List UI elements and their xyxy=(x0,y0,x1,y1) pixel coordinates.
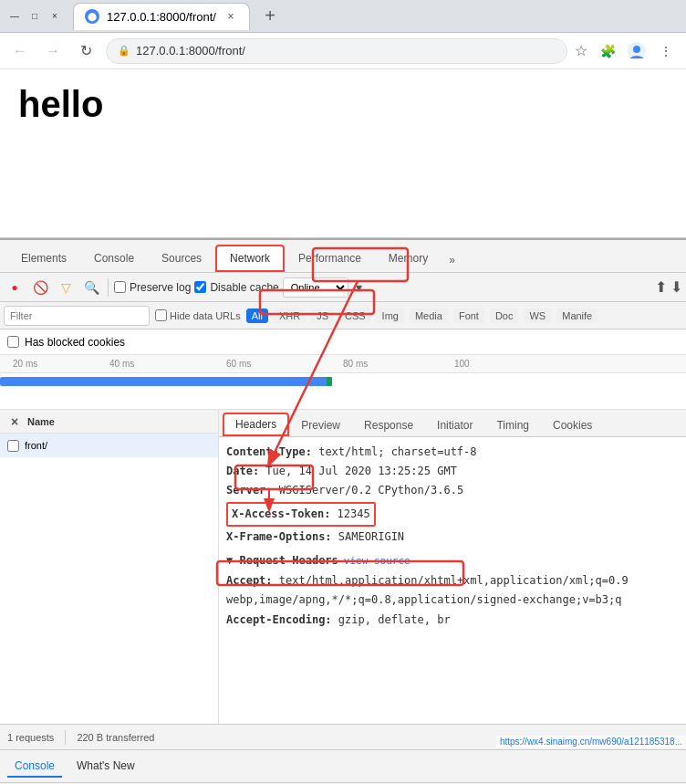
stop-button[interactable]: 🚫 xyxy=(29,277,51,298)
tab-elements[interactable]: Elements xyxy=(7,245,80,272)
timeline-bars xyxy=(0,373,686,410)
svg-point-1 xyxy=(633,46,640,53)
filter-type-manifest[interactable]: Manife xyxy=(556,308,598,323)
filter-type-xhr[interactable]: XHR xyxy=(274,308,306,323)
active-tab[interactable]: ⬤ 127.0.0.1:8000/front/ × xyxy=(73,3,250,30)
blocked-cookies-checkbox[interactable] xyxy=(7,336,19,348)
whats-new-tab[interactable]: What's New xyxy=(69,756,142,778)
preserve-log-input[interactable] xyxy=(114,281,126,293)
network-throttle-select[interactable]: Online Fast 3G Slow 3G Offline xyxy=(283,277,348,298)
search-button[interactable]: 🔍 xyxy=(80,277,102,298)
tab-network[interactable]: Network xyxy=(215,245,285,272)
console-tab[interactable]: Console xyxy=(7,756,62,778)
hide-data-urls-checkbox[interactable]: Hide data URLs xyxy=(155,309,241,321)
page-content: hello xyxy=(0,69,686,238)
filter-type-img[interactable]: Img xyxy=(377,308,404,323)
header-content-type: Content-Type: text/html; charset=utf-8 xyxy=(226,443,679,462)
filter-input[interactable] xyxy=(4,306,150,326)
blocked-cookies-label: Has blocked cookies xyxy=(25,336,125,349)
accept-encoding-value: gzip, deflate, br xyxy=(338,613,451,626)
resp-tab-cookies[interactable]: Cookies xyxy=(541,414,604,436)
filter-type-doc[interactable]: Doc xyxy=(490,308,519,323)
reload-button[interactable]: ↻ xyxy=(73,38,99,64)
ruler-mark-100: 100 xyxy=(454,359,470,369)
watermark-url: https://wx4.sinaimg.cn/mw690/a121185318.… xyxy=(496,736,686,747)
maximize-button[interactable]: □ xyxy=(27,9,42,24)
resp-tab-response[interactable]: Response xyxy=(352,414,425,436)
page-heading: hello xyxy=(18,84,668,125)
tab-memory[interactable]: Memory xyxy=(375,245,442,272)
filter-type-all[interactable]: All xyxy=(246,308,268,323)
filter-type-font[interactable]: Font xyxy=(453,308,484,323)
extensions-button[interactable]: 🧩 xyxy=(595,38,620,64)
network-main-layout: × Name front/ Headers Preview Response I… xyxy=(0,410,686,724)
filter-bar: Hide data URLs All XHR JS CSS Img Media … xyxy=(0,302,686,329)
filter-type-media[interactable]: Media xyxy=(410,308,448,323)
date-value: Tue, 14 Jul 2020 13:25:25 GMT xyxy=(265,465,457,477)
minimize-button[interactable]: — xyxy=(7,9,22,24)
tab-console[interactable]: Console xyxy=(80,245,148,272)
download-button[interactable]: ⬇ xyxy=(670,278,682,296)
profile-button[interactable] xyxy=(624,38,650,64)
record-button[interactable]: ● xyxy=(4,277,26,298)
tab-close-button[interactable]: × xyxy=(223,9,238,24)
url-bar[interactable]: 🔒 127.0.0.1:8000/front/ xyxy=(106,38,567,64)
tab-title: 127.0.0.1:8000/front/ xyxy=(107,10,216,24)
tab-sources[interactable]: Sources xyxy=(148,245,215,272)
menu-button[interactable]: ⋮ xyxy=(653,38,679,64)
timeline-ruler: 20 ms 40 ms 60 ms 80 ms 100 xyxy=(0,355,686,373)
close-split-button[interactable]: × xyxy=(7,414,22,429)
x-frame-value: SAMEORIGIN xyxy=(338,530,404,543)
row-checkbox[interactable] xyxy=(7,440,19,452)
filter-type-css[interactable]: CSS xyxy=(339,308,371,323)
hide-data-urls-input[interactable] xyxy=(155,309,167,321)
upload-button[interactable]: ⬆ xyxy=(655,278,667,296)
resp-tab-headers[interactable]: Headers xyxy=(223,413,289,436)
filter-type-ws[interactable]: WS xyxy=(524,308,551,323)
header-x-frame-options: X-Frame-Options: SAMEORIGIN xyxy=(226,528,679,547)
tab-more[interactable]: » xyxy=(442,248,463,272)
accept-webp-value: webp,image/apng,*/*;q=0.8,application/si… xyxy=(226,593,621,606)
tab-favicon: ⬤ xyxy=(85,9,99,24)
view-source-link[interactable]: view source xyxy=(344,553,411,570)
ruler-mark-40: 40 ms xyxy=(109,359,134,369)
response-details-panel: Headers Preview Response Initiator Timin… xyxy=(219,410,686,724)
blocked-cookies-bar: Has blocked cookies xyxy=(0,329,686,355)
resp-tab-initiator[interactable]: Initiator xyxy=(425,414,484,436)
resp-tab-preview[interactable]: Preview xyxy=(289,414,352,436)
tab-performance[interactable]: Performance xyxy=(285,245,375,272)
server-value: WSGIServer/0.2 CPython/3.6.5 xyxy=(279,484,463,497)
header-server: Server: WSGIServer/0.2 CPython/3.6.5 xyxy=(226,481,679,500)
bookmark-button[interactable]: ☆ xyxy=(575,42,587,59)
close-window-button[interactable]: × xyxy=(47,9,62,24)
forward-button[interactable]: → xyxy=(40,38,66,64)
disable-cache-input[interactable] xyxy=(194,281,206,293)
preserve-log-checkbox[interactable]: Preserve log xyxy=(114,281,191,294)
header-x-access-token: X-Access-Token: 12345 xyxy=(226,501,679,528)
network-requests-list: × Name front/ xyxy=(0,410,219,724)
window-controls: — □ × xyxy=(7,9,62,24)
console-bottom-bar: Console What's New xyxy=(0,749,686,782)
throttle-dropdown-icon[interactable]: ▾ xyxy=(356,280,362,295)
timeline-bar-green xyxy=(327,377,332,386)
resp-tab-timing[interactable]: Timing xyxy=(484,414,541,436)
header-date: Date: Tue, 14 Jul 2020 13:25:25 GMT xyxy=(226,462,679,481)
request-headers-section: ▼ Request Headers view source xyxy=(226,552,679,570)
back-button[interactable]: ← xyxy=(7,38,33,64)
network-row-front[interactable]: front/ xyxy=(0,434,218,457)
ruler-mark-80: 80 ms xyxy=(343,359,368,369)
filter-button[interactable]: ▽ xyxy=(55,277,77,298)
new-tab-button[interactable]: + xyxy=(257,4,283,29)
response-tab-bar: Headers Preview Response Initiator Timin… xyxy=(219,410,686,437)
header-accept-encoding: Accept-Encoding: gzip, deflate, br xyxy=(226,611,679,630)
status-separator xyxy=(65,730,66,745)
secure-icon: 🔒 xyxy=(118,45,130,57)
header-accept: Accept: text/html,application/xhtml+xml,… xyxy=(226,571,679,591)
browser-toolbar-right: 🧩 ⋮ xyxy=(595,38,679,64)
filter-type-js[interactable]: JS xyxy=(311,308,334,323)
ruler-mark-60: 60 ms xyxy=(226,359,251,369)
disable-cache-checkbox[interactable]: Disable cache xyxy=(194,281,278,294)
address-bar: ← → ↻ 🔒 127.0.0.1:8000/front/ ☆ 🧩 ⋮ xyxy=(0,33,686,69)
network-toolbar: ● 🚫 ▽ 🔍 Preserve log Disable cache Onlin… xyxy=(0,273,686,302)
requests-count: 1 requests xyxy=(7,732,54,743)
